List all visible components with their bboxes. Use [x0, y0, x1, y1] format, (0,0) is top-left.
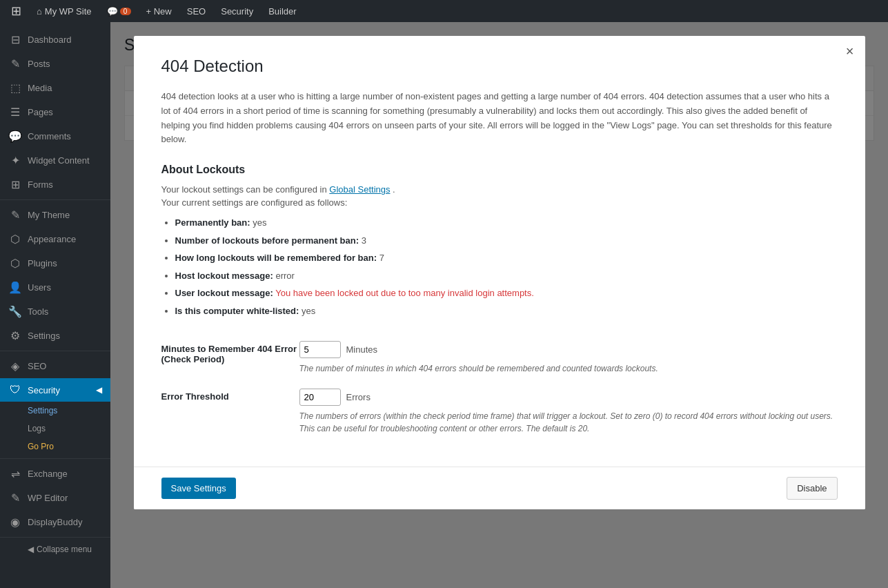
collapse-menu-button[interactable]: ◀ Collapse menu [0, 540, 110, 558]
sidebar-item-security[interactable]: 🛡 Security ◀ [0, 378, 110, 402]
forms-icon: ⊞ [8, 178, 22, 191]
media-icon: ⬚ [8, 81, 22, 95]
sidebar-label-settings: Settings [28, 331, 60, 341]
modal-close-button[interactable]: × [846, 44, 854, 58]
global-settings-link[interactable]: Global Settings [329, 184, 390, 195]
list-item: Permanently ban: yes [175, 216, 838, 230]
minutes-input[interactable] [299, 341, 341, 358]
sidebar-item-posts[interactable]: ✎ Posts [0, 52, 110, 76]
modal-body: 404 Detection 404 detection looks at a u… [134, 36, 865, 467]
sidebar-item-tools[interactable]: 🔧 Tools [0, 300, 110, 324]
bullet-label-1: Number of lockouts before permanent ban: [175, 235, 359, 246]
widget-icon: ✦ [8, 154, 22, 167]
modal-title: 404 Detection [161, 57, 838, 76]
threshold-unit: Errors [346, 392, 371, 402]
submenu-gopro-label: Go Pro [28, 442, 54, 451]
users-icon: 👤 [8, 281, 22, 294]
about-lockouts-heading: About Lockouts [161, 164, 838, 176]
pages-icon: ☰ [8, 106, 22, 119]
security-icon: 🛡 [8, 384, 22, 396]
list-item: Is this computer white-listed: yes [175, 304, 838, 318]
security-arrow-icon: ◀ [96, 385, 102, 395]
sidebar-label-users: Users [28, 282, 51, 293]
my-theme-icon: ✎ [8, 208, 22, 222]
sidebar-label-pages: Pages [28, 107, 53, 117]
sidebar-item-wp-editor[interactable]: ✎ WP Editor [0, 486, 110, 510]
bullet-value-3: error [275, 271, 294, 281]
bullet-label-5: Is this computer white-listed: [175, 306, 299, 316]
sidebar-item-users[interactable]: 👤 Users [0, 275, 110, 300]
security-adminbar-button[interactable]: Security [215, 0, 259, 22]
modal-description: 404 detection looks at a user who is hit… [161, 90, 838, 147]
sidebar-item-my-theme[interactable]: ✎ My Theme [0, 203, 110, 227]
sidebar-label-seo: SEO [28, 361, 46, 371]
submenu-logs-label: Logs [28, 424, 46, 433]
wp-logo-button[interactable]: ⊞ [6, 0, 27, 22]
plugins-icon: ⬡ [8, 257, 22, 270]
bullet-label-4: User lockout message: [175, 288, 273, 298]
sidebar-label-widget-content: Widget Content [28, 155, 90, 166]
disable-button[interactable]: Disable [787, 477, 837, 500]
bullet-value-5: yes [302, 306, 315, 316]
appearance-icon: ⬡ [8, 233, 22, 246]
lockout-current-settings: Your current settings are configured as … [161, 197, 838, 208]
sidebar-item-exchange[interactable]: ⇌ Exchange [0, 462, 110, 486]
sidebar-label-media: Media [28, 83, 52, 93]
sidebar-separator-2 [0, 351, 110, 351]
sidebar-label-dashboard: Dashboard [28, 35, 72, 45]
new-content-label: + New [146, 6, 172, 17]
sidebar-item-widget-content[interactable]: ✦ Widget Content [0, 148, 110, 173]
seo-button[interactable]: SEO [181, 0, 211, 22]
sidebar-item-settings[interactable]: ⚙ Settings [0, 324, 110, 348]
exchange-icon: ⇌ [8, 467, 22, 480]
seo-label: SEO [187, 6, 206, 17]
sidebar-item-displaybuddy[interactable]: ◉ DisplayBuddy [0, 510, 110, 534]
comments-menu-icon: 💬 [8, 130, 22, 143]
bullet-value-4: You have been locked out due to too many… [275, 288, 534, 298]
sidebar-item-seo[interactable]: ◈ SEO [0, 354, 110, 378]
minutes-input-line: Minutes [299, 341, 838, 358]
sidebar-item-plugins[interactable]: ⬡ Plugins [0, 251, 110, 275]
sidebar-item-dashboard[interactable]: ⊟ Dashboard [0, 28, 110, 52]
404-detection-modal: × 404 Detection 404 detection looks at a… [134, 36, 865, 509]
comments-button[interactable]: 💬 0 [101, 0, 137, 22]
site-name-label: My WP Site [45, 6, 92, 17]
list-item: Number of lockouts before permanent ban:… [175, 234, 838, 248]
submenu-logs[interactable]: Logs [0, 420, 110, 438]
new-content-button[interactable]: + New [141, 0, 177, 22]
wp-editor-icon: ✎ [8, 491, 22, 504]
site-name-button[interactable]: ⌂ My WP Site [31, 0, 97, 22]
sidebar-label-posts: Posts [28, 59, 50, 69]
displaybuddy-icon: ◉ [8, 516, 22, 529]
admin-bar: ⊞ ⌂ My WP Site 💬 0 + New SEO Security Bu… [0, 0, 888, 22]
sidebar-item-forms[interactable]: ⊞ Forms [0, 173, 110, 197]
sidebar-label-wp-editor: WP Editor [28, 493, 68, 503]
bullet-value-2: 7 [379, 253, 384, 263]
comments-count: 0 [120, 8, 131, 15]
sidebar-item-pages[interactable]: ☰ Pages [0, 100, 110, 124]
minutes-description: The number of minutes in which 404 error… [299, 362, 838, 375]
sidebar-item-appearance[interactable]: ⬡ Appearance [0, 227, 110, 251]
save-settings-button[interactable]: Save Settings [161, 478, 236, 499]
settings-icon: ⚙ [8, 329, 22, 342]
sidebar-item-media[interactable]: ⬚ Media [0, 76, 110, 100]
bullet-label-0: Permanently ban: [175, 217, 250, 228]
collapse-icon: ◀ [28, 545, 34, 554]
sidebar-label-appearance: Appearance [28, 234, 76, 244]
posts-icon: ✎ [8, 57, 22, 70]
sidebar-label-security: Security [28, 385, 60, 395]
lockout-settings-line1: Your lockout settings can be configured … [161, 184, 838, 195]
builder-button[interactable]: Builder [263, 0, 302, 22]
submenu-settings-label: Settings [28, 406, 57, 415]
sidebar-item-comments[interactable]: 💬 Comments [0, 124, 110, 148]
list-item: User lockout message: You have been lock… [175, 286, 838, 300]
form-row-minutes: Minutes to Remember 404 Error (Check Per… [161, 334, 838, 382]
modal-overlay: × 404 Detection 404 detection looks at a… [110, 22, 888, 588]
threshold-input[interactable] [299, 389, 341, 406]
wp-logo-icon: ⊞ [11, 3, 21, 19]
submenu-settings[interactable]: Settings [0, 402, 110, 420]
submenu-go-pro[interactable]: Go Pro [0, 438, 110, 455]
threshold-description: The numbers of errors (within the check … [299, 410, 838, 435]
minutes-label: Minutes to Remember 404 Error (Check Per… [161, 344, 297, 364]
seo-menu-icon: ◈ [8, 360, 22, 373]
